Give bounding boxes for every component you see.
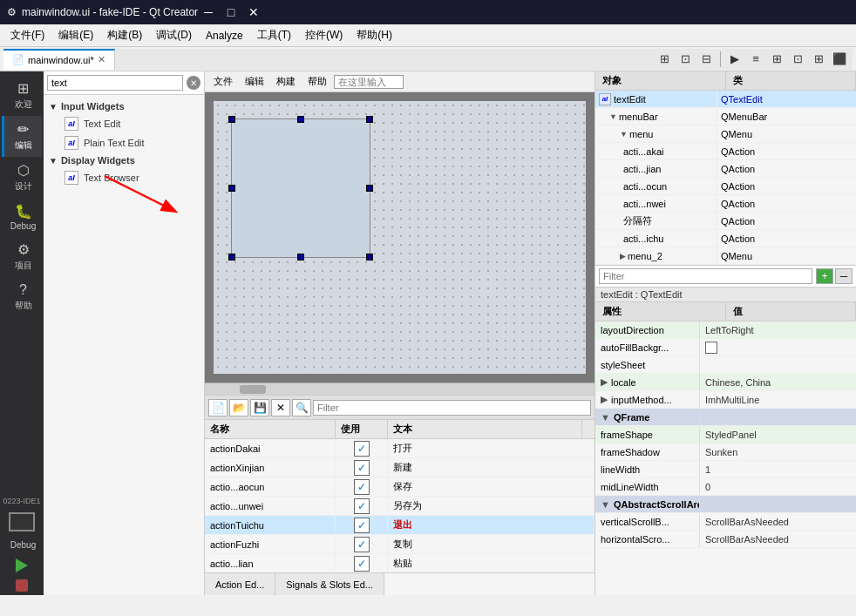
filter-remove-btn[interactable]: ─ [835, 268, 853, 284]
prop-inputmethod[interactable]: ▶inputMethod... ImhMultiLine [595, 391, 856, 409]
checkbox[interactable]: ✓ [354, 460, 370, 476]
row-check[interactable]: ✓ [336, 497, 388, 515]
mode-welcome[interactable]: ⊞ 欢迎 [2, 75, 42, 116]
row-check[interactable]: ✓ [336, 439, 388, 457]
table-row[interactable]: actio...unwei ✓ 另存为 [205, 497, 594, 516]
filter-add-btn[interactable]: + [816, 268, 833, 284]
toolbar-btn-8[interactable]: ⊞ [809, 51, 828, 68]
menu-help[interactable]: 帮助(H) [350, 26, 399, 44]
form-widget[interactable] [231, 118, 370, 258]
checkbox[interactable]: ✓ [354, 498, 370, 514]
prop-stylesheet[interactable]: styleSheet [595, 356, 856, 374]
prop-frameshadow[interactable]: frameShadow Sunken [595, 443, 856, 461]
row-check[interactable]: ✓ [336, 458, 388, 477]
widget-text-edit[interactable]: aI Text Edit [44, 114, 204, 133]
prop-autofill[interactable]: autoFillBackgr... [595, 339, 856, 356]
table-row[interactable]: actio...lian ✓ 粘贴 [205, 554, 594, 572]
ot-row-menu2[interactable]: ▶ menu_2 QMenu [595, 247, 856, 265]
prop-linewidth[interactable]: lineWidth 1 [595, 461, 856, 478]
toolbar-btn-7[interactable]: ⊡ [788, 51, 807, 68]
bottom-btn-search[interactable]: 🔍 [292, 399, 311, 416]
run-button[interactable] [12, 555, 31, 576]
handle-mr[interactable] [366, 185, 373, 192]
handle-ml[interactable] [228, 185, 235, 192]
canvas-inner[interactable] [205, 92, 594, 382]
widget-plain-text-edit[interactable]: aI Plain Text Edit [44, 133, 204, 152]
table-row[interactable]: actionFuzhi ✓ 复制 [205, 535, 594, 554]
ot-row-menubar[interactable]: ▼ menuBar QMenuBar [595, 108, 856, 125]
prop-frameshape[interactable]: frameShape StyledPanel [595, 426, 856, 443]
screen-icon[interactable] [5, 509, 38, 535]
close-button[interactable]: ✕ [243, 3, 264, 21]
footer-tab-signals[interactable]: Signals & Slots Ed... [275, 573, 384, 595]
row-check[interactable]: ✓ [336, 535, 388, 553]
toolbar-btn-6[interactable]: ⊞ [767, 51, 786, 68]
ot-row-acti-akai[interactable]: acti...akai QAction [595, 143, 856, 160]
prop-verticalscroll[interactable]: verticalScrollB... ScrollBarAsNeeded [595, 513, 856, 531]
filter-input[interactable] [599, 268, 812, 284]
menu-file[interactable]: 文件(F) [3, 26, 51, 44]
table-row[interactable]: actionXinjian ✓ 新建 [205, 458, 594, 477]
form-menu-build[interactable]: 构建 [271, 73, 301, 90]
bottom-btn-save[interactable]: 💾 [250, 399, 269, 416]
bottom-btn-delete[interactable]: ✕ [271, 399, 290, 416]
mode-debug-bottom[interactable]: Debug [2, 535, 42, 555]
form-menu-help[interactable]: 帮助 [302, 73, 332, 90]
scrollbar-thumb[interactable] [240, 385, 266, 394]
prop-layoutdirection[interactable]: layoutDirection LeftToRight [595, 322, 856, 339]
prop-locale[interactable]: ▶locale Chinese, China [595, 374, 856, 391]
handle-tr[interactable] [366, 116, 373, 123]
form-menu-file[interactable]: 文件 [208, 73, 238, 90]
handle-tm[interactable] [297, 116, 304, 123]
canvas-scrollbar-h[interactable] [205, 382, 594, 395]
stop-button[interactable] [12, 576, 31, 595]
handle-br[interactable] [366, 254, 373, 261]
handle-bm[interactable] [297, 254, 304, 261]
prop-midlinewidth[interactable]: midLineWidth 0 [595, 478, 856, 496]
prop-horizontalscroll[interactable]: horizontalScro... ScrollBarAsNeeded [595, 531, 856, 548]
toolbar-btn-3[interactable]: ⊟ [696, 51, 716, 68]
mode-project[interactable]: ⚙ 项目 [2, 236, 42, 277]
checkbox[interactable]: ✓ [354, 556, 370, 572]
tab-close-button[interactable]: ✕ [98, 54, 105, 65]
toolbar-btn-2[interactable]: ⊡ [676, 51, 695, 68]
prop-checkbox[interactable] [705, 342, 717, 354]
toolbar-btn-5[interactable]: ≡ [746, 51, 765, 68]
menu-edit[interactable]: 编辑(E) [51, 26, 100, 44]
checkbox[interactable]: ✓ [354, 441, 370, 457]
toolbar-btn-9[interactable]: ⬛ [830, 51, 849, 68]
bottom-btn-open[interactable]: 📂 [229, 399, 248, 416]
mode-debug[interactable]: 🐛 Debug [2, 198, 42, 236]
bottom-btn-new[interactable]: 📄 [208, 399, 228, 416]
category-input-widgets[interactable]: ▼ Input Widgets [44, 98, 204, 114]
ot-row-separator[interactable]: 分隔符 QAction [595, 213, 856, 230]
handle-bl[interactable] [228, 254, 235, 261]
design-surface[interactable] [214, 101, 586, 374]
widget-search-input[interactable] [47, 75, 183, 91]
ot-row-acti-ocun[interactable]: acti...ocun QAction [595, 178, 856, 195]
ot-row-acti-jian[interactable]: acti...jian QAction [595, 160, 856, 178]
toolbar-btn-1[interactable]: ⊞ [655, 51, 674, 68]
checkbox[interactable]: ✓ [354, 479, 370, 495]
table-row-selected[interactable]: actionTuichu ✓ 退出 [205, 516, 594, 535]
menu-debug[interactable]: 调试(D) [149, 26, 199, 44]
mode-edit[interactable]: ✏ 编辑 [2, 116, 42, 157]
bottom-filter-input[interactable] [313, 400, 591, 416]
form-menu-input[interactable] [334, 75, 404, 89]
menu-build[interactable]: 构建(B) [100, 26, 149, 44]
mode-design[interactable]: ⬡ 设计 [2, 157, 42, 198]
toolbar-btn-4[interactable]: ▶ [725, 51, 744, 68]
row-check[interactable]: ✓ [336, 477, 388, 496]
footer-tab-action[interactable]: Action Ed... [205, 573, 275, 595]
form-menu-edit[interactable]: 编辑 [240, 73, 269, 90]
minimize-button[interactable]: ─ [198, 3, 219, 21]
mode-help[interactable]: ? 帮助 [2, 277, 42, 317]
table-row[interactable]: actionDakai ✓ 打开 [205, 439, 594, 458]
ot-row-acti-ichu[interactable]: acti...ichu QAction [595, 230, 856, 247]
menu-analyze[interactable]: Analyze [199, 28, 250, 44]
tab-mainwindow[interactable]: 📄 mainwindow.ui* ✕ [3, 49, 115, 70]
widget-search-clear[interactable]: ✕ [187, 76, 200, 90]
ot-row-acti-nwei[interactable]: acti...nwei QAction [595, 195, 856, 213]
menu-controls[interactable]: 控件(W) [298, 26, 350, 44]
checkbox[interactable]: ✓ [354, 518, 370, 533]
